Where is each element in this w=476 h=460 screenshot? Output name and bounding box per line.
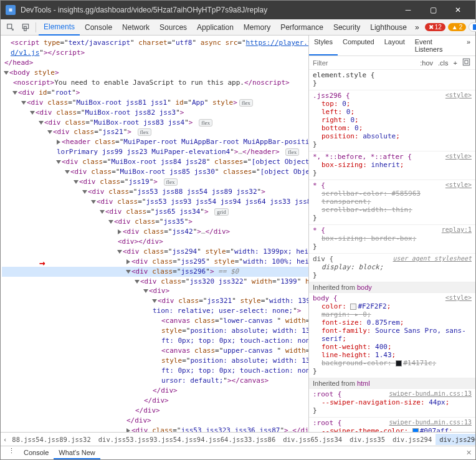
tab-computed[interactable]: Computed bbox=[338, 36, 379, 55]
more-tabs-icon[interactable]: » bbox=[412, 22, 422, 33]
inherited-body-header: Inherited from body bbox=[309, 282, 475, 293]
elements-panel[interactable]: → <script type="text/javascript" charset… bbox=[1, 36, 308, 432]
dom-node[interactable]: <div class="jss42">…</div> bbox=[2, 227, 308, 237]
tab-event-listeners[interactable]: Event Listeners bbox=[410, 36, 462, 55]
inspect-element-icon[interactable] bbox=[3, 22, 18, 33]
dom-node[interactable]: </head> bbox=[2, 58, 308, 68]
maximize-button[interactable]: ▢ bbox=[421, 1, 445, 19]
tab-performance[interactable]: Performance bbox=[275, 20, 328, 35]
devtools-window: DevTools - insights.gg/dashboard/video/5… bbox=[0, 0, 476, 460]
rule-star-scroll[interactable]: <style> * { scrollbar-color: #585963 tra… bbox=[309, 180, 475, 225]
device-mode-icon[interactable] bbox=[18, 22, 33, 33]
dom-node[interactable]: <div class="MuiBox-root jss82 jss3"> bbox=[2, 108, 308, 118]
dom-node[interactable]: <header class="MuiPaper-root MuiAppBar-r… bbox=[2, 137, 308, 147]
tab-memory[interactable]: Memory bbox=[239, 20, 275, 35]
tab-layout[interactable]: Layout bbox=[379, 36, 410, 55]
breadcrumb-item[interactable]: div.jss35 bbox=[346, 434, 389, 445]
dom-node[interactable]: <canvas class="upper-canvas " width="139… bbox=[2, 346, 308, 356]
error-badge[interactable]: ✖ 12 bbox=[425, 23, 445, 31]
tab-application[interactable]: Application bbox=[192, 20, 239, 35]
breadcrumb-item[interactable]: div.jss53.jss93.jss54.jss94.jss64.jss33.… bbox=[95, 434, 279, 445]
rule-root-nav[interactable]: swiper-bund…min.css:13 :root { --swiper-… bbox=[309, 389, 475, 418]
rule-div-ua[interactable]: user agent stylesheet div { display: blo… bbox=[309, 254, 475, 282]
dom-node[interactable]: ft: 0px; top: 0px; touch-action: none; u… bbox=[2, 336, 308, 346]
dom-node[interactable]: <canvas class="lower-canvas " width="139… bbox=[2, 316, 308, 326]
tab-console[interactable]: Console bbox=[80, 20, 117, 35]
tab-security[interactable]: Security bbox=[328, 20, 365, 35]
flex-badge[interactable]: flex bbox=[239, 99, 253, 107]
dom-node[interactable]: <div class="MuiBox-root jss84 jss28" cla… bbox=[2, 157, 308, 167]
rule-before-after[interactable]: <style> *, *::before, *::after { box-siz… bbox=[309, 151, 475, 180]
dom-node[interactable]: </div> bbox=[2, 396, 308, 406]
styles-body[interactable]: element.style { } <style> .jss296 { top:… bbox=[309, 70, 475, 432]
cls-button[interactable]: .cls bbox=[436, 59, 451, 67]
dom-node[interactable]: </div> bbox=[2, 386, 308, 396]
box-model-icon[interactable] bbox=[460, 57, 473, 68]
dom-node[interactable]: <div class="jss53 jss323 jss36 jss87">…<… bbox=[2, 426, 308, 432]
dom-node[interactable]: <div class="jss35"> bbox=[2, 217, 308, 227]
more-styles-tabs-icon[interactable]: » bbox=[462, 36, 475, 55]
dom-node[interactable]: <div class="MuiBox-root jss81 jss1" id="… bbox=[2, 98, 308, 108]
dom-node[interactable]: <div class="MuiBox-root jss85 jss30" cla… bbox=[2, 167, 308, 177]
dom-node[interactable]: d/v1.js"></script> bbox=[2, 48, 308, 58]
rule-element-style[interactable]: element.style { } bbox=[309, 70, 475, 90]
drawer-tab-whatsnew[interactable]: What's New bbox=[54, 447, 100, 459]
main-area: → <script type="text/javascript" charset… bbox=[1, 36, 475, 432]
dom-node[interactable]: <div class="jss19"> flex bbox=[2, 177, 308, 187]
dom-node[interactable]: <div class="jss321" style="width: 1399px… bbox=[2, 296, 308, 306]
rule-body[interactable]: <style> body { color: #F2F2F2; margin: ▸… bbox=[309, 293, 475, 378]
dom-node[interactable]: ursor: default;"></canvas> bbox=[2, 376, 308, 386]
source-link[interactable]: <style> bbox=[445, 92, 472, 98]
devtools-icon bbox=[6, 5, 16, 15]
dom-node[interactable]: <div class="jss65 jss34"> grid bbox=[2, 207, 308, 217]
dom-node[interactable]: lorPrimary jss99 jss23 MuiPaper-elevatio… bbox=[2, 147, 308, 157]
dom-node[interactable]: </div> bbox=[2, 416, 308, 426]
color-swatch[interactable] bbox=[350, 304, 356, 310]
dom-node[interactable]: <div></div> bbox=[2, 237, 308, 247]
styles-panel: Styles Computed Layout Event Listeners »… bbox=[308, 36, 475, 432]
filter-input[interactable] bbox=[312, 58, 417, 68]
dom-node[interactable]: <div class="MuiBox-root jss83 jss4"> fle… bbox=[2, 118, 308, 128]
tab-lighthouse[interactable]: Lighthouse bbox=[365, 20, 412, 35]
rule-star-box[interactable]: replay:1 * { box-sizing: border-box; } bbox=[309, 225, 475, 254]
tab-elements[interactable]: Elements bbox=[39, 19, 80, 36]
tab-styles[interactable]: Styles bbox=[309, 36, 338, 55]
tab-sources[interactable]: Sources bbox=[155, 20, 192, 35]
close-button[interactable]: ✕ bbox=[445, 1, 470, 19]
minimize-button[interactable]: ─ bbox=[396, 1, 421, 19]
dom-node[interactable]: <script type="text/javascript" charset="… bbox=[2, 38, 308, 48]
drawer-kebab-icon[interactable]: ⋮ bbox=[4, 447, 19, 459]
dom-node[interactable]: <div id="root"> bbox=[2, 88, 308, 98]
dom-node[interactable]: <div> bbox=[2, 286, 308, 296]
dom-node[interactable]: <div class="jss21"> flex bbox=[2, 127, 308, 137]
dom-node[interactable]: <div class="jss53 jss88 jss54 jss89 jss3… bbox=[2, 187, 308, 197]
rule-jss296[interactable]: <style> .jss296 { top: 0; left: 0; right… bbox=[309, 90, 475, 151]
drawer-close-icon[interactable]: ✕ bbox=[466, 449, 472, 457]
breadcrumb-item[interactable]: div.jss294 bbox=[389, 434, 436, 445]
issue-badge[interactable]: 1 bbox=[469, 22, 476, 32]
svg-rect-5 bbox=[463, 59, 469, 65]
dom-node-selected[interactable]: <div class="jss296"> == $0 bbox=[2, 267, 308, 277]
breadcrumb-item-selected[interactable]: div.jss296 bbox=[436, 434, 475, 445]
tab-network[interactable]: Network bbox=[117, 20, 155, 35]
dom-node[interactable]: style="position: absolute; width: 1399px… bbox=[2, 356, 308, 366]
hov-button[interactable]: :hov bbox=[417, 59, 436, 67]
breadcrumb-scroll-left[interactable]: ‹ bbox=[1, 434, 8, 445]
add-rule-icon[interactable]: + bbox=[451, 59, 460, 67]
dom-node[interactable]: ft: 0px; top: 0px; touch-action: none; u… bbox=[2, 366, 308, 376]
dom-node[interactable]: <div class="jss320 jss322" width="1399" … bbox=[2, 277, 308, 287]
dom-node[interactable]: </div> bbox=[2, 406, 308, 416]
drawer-tab-console[interactable]: Console bbox=[19, 447, 54, 459]
breadcrumbs[interactable]: ‹ 88.jss54.jss89.jss32 div.jss53.jss93.j… bbox=[1, 432, 475, 446]
dom-node[interactable]: <div class="jss53 jss93 jss54 jss94 jss6… bbox=[2, 197, 308, 207]
dom-node[interactable]: tion: relative; user-select: none;"> bbox=[2, 306, 308, 316]
dom-node[interactable]: <body style> bbox=[2, 68, 308, 78]
dom-node[interactable]: <div class="jss295" style="width: 100%; … bbox=[2, 257, 308, 267]
warning-badge[interactable]: ▲ 2 bbox=[448, 23, 466, 31]
dom-node[interactable]: style="position: absolute; width: 1399px… bbox=[2, 326, 308, 336]
rule-root-theme[interactable]: swiper-bund…min.css:13 :root { --swiper-… bbox=[309, 418, 475, 432]
breadcrumb-item[interactable]: 88.jss54.jss89.jss32 bbox=[8, 434, 94, 445]
breadcrumb-item[interactable]: div.jss65.jss34 bbox=[279, 434, 346, 445]
dom-node[interactable]: <noscript>You need to enable JavaScript … bbox=[2, 78, 308, 88]
dom-node[interactable]: <div class="jss294" style="width: 1399px… bbox=[2, 247, 308, 257]
